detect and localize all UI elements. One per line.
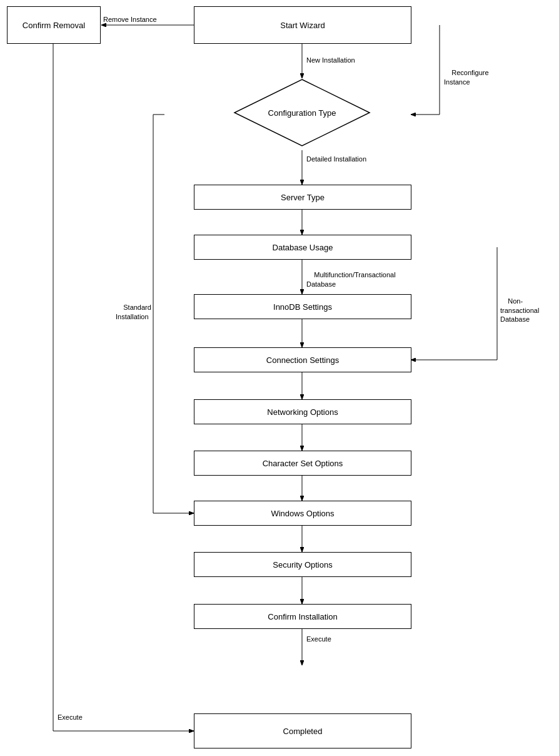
server-type-box: Server Type xyxy=(194,185,411,210)
execute-label-2: Execute xyxy=(58,713,83,721)
networking-options-box: Networking Options xyxy=(194,399,411,424)
non-transactional-label: Non-transactional Database xyxy=(500,288,559,332)
connection-settings-box: Connection Settings xyxy=(194,347,411,372)
flowchart: Confirm Removal Start Wizard Remove Inst… xyxy=(0,0,559,756)
detailed-installation-label: Detailed Installation xyxy=(306,155,366,163)
standard-installation-label: Standard Installation xyxy=(116,294,151,330)
execute-label-1: Execute xyxy=(306,635,331,643)
confirm-installation-box: Confirm Installation xyxy=(194,604,411,629)
character-set-box: Character Set Options xyxy=(194,451,411,476)
security-options-box: Security Options xyxy=(194,552,411,577)
innodb-settings-box: InnoDB Settings xyxy=(194,294,411,319)
reconfigure-instance-label: Reconfigure Instance xyxy=(444,59,489,95)
windows-options-box: Windows Options xyxy=(194,501,411,526)
new-installation-label: New Installation xyxy=(306,56,355,64)
remove-instance-label: Remove Instance xyxy=(103,16,157,23)
multifunction-label: Multifunction/Transactional Database xyxy=(306,262,396,297)
confirm-removal-box: Confirm Removal xyxy=(7,6,101,44)
completed-box: Completed xyxy=(194,713,411,748)
config-type-diamond: Configuration Type xyxy=(233,78,371,147)
database-usage-box: Database Usage xyxy=(194,235,411,260)
start-wizard-box: Start Wizard xyxy=(194,6,411,44)
